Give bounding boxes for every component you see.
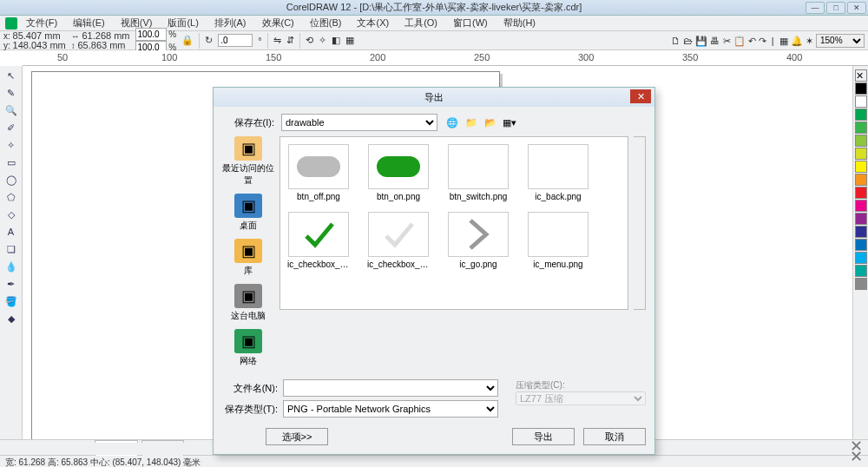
color-swatch[interactable] — [855, 95, 867, 108]
filename-input[interactable] — [283, 379, 498, 397]
dialog-titlebar[interactable]: 导出 ✕ — [214, 88, 654, 107]
file-thumb[interactable]: ic_go.png — [447, 212, 510, 269]
freehand-tool[interactable]: ✐ — [3, 120, 20, 135]
minimize-button[interactable]: ― — [806, 2, 825, 14]
color-swatch[interactable] — [855, 161, 867, 173]
shape-tool[interactable]: ✎ — [3, 85, 20, 101]
tool-icon[interactable]: ⟲ — [306, 35, 313, 46]
color-swatch[interactable] — [855, 122, 867, 134]
mirror-v-icon[interactable]: ⇵ — [286, 35, 294, 46]
file-pane[interactable]: btn_off.pngbtn_on.pngbtn_switch.pngic_ba… — [279, 136, 628, 310]
file-thumb[interactable]: btn_on.png — [367, 144, 430, 201]
toolbar-icon[interactable]: 🔔 — [791, 35, 803, 45]
color-swatch[interactable] — [855, 226, 867, 238]
pick-tool[interactable]: ↖ — [3, 68, 20, 83]
places-item[interactable]: ▣桌面 — [234, 194, 262, 232]
menu-tools[interactable]: 工具(O) — [404, 16, 437, 30]
color-swatch[interactable] — [855, 135, 867, 147]
property-bar: x: 85.407 mmy: 148.043 mm ↔ 61.268 mm↕ 6… — [0, 31, 868, 50]
tool-icon[interactable]: ✧ — [319, 35, 326, 46]
lock-ratio-icon[interactable]: 🔒 — [181, 35, 194, 46]
position-readout: x: 85.407 mmy: 148.043 mm — [3, 31, 66, 50]
toolbar-icon[interactable]: ✂ — [723, 35, 731, 45]
color-swatch[interactable] — [855, 82, 867, 95]
options-button[interactable]: 选项>> — [266, 428, 328, 445]
rectangle-tool[interactable]: ▭ — [3, 155, 20, 170]
menu-bitmap[interactable]: 位图(B) — [310, 16, 342, 30]
mirror-h-icon[interactable]: ⇋ — [273, 35, 281, 46]
dialog-close-button[interactable]: ✕ — [630, 89, 651, 103]
polygon-tool[interactable]: ⬠ — [3, 189, 20, 205]
back-icon[interactable]: 🌐 — [444, 115, 460, 130]
toolbar-icon[interactable]: 📋 — [733, 35, 746, 45]
menu-file[interactable]: 文件(F) — [26, 16, 57, 30]
toolbar-icon[interactable]: 💾 — [695, 35, 707, 45]
menu-window[interactable]: 窗口(W) — [453, 16, 488, 30]
file-thumb[interactable]: ic_menu.png — [527, 212, 589, 269]
color-swatch[interactable] — [855, 200, 867, 212]
menu-arrange[interactable]: 排列(A) — [214, 16, 247, 30]
menu-edit[interactable]: 编辑(E) — [73, 16, 105, 30]
places-item[interactable]: ▣最近访问的位置 — [222, 136, 274, 187]
toolbar-icon[interactable]: 🗁 — [683, 35, 693, 45]
basic-shapes-tool[interactable]: ◇ — [3, 207, 20, 222]
menu-text[interactable]: 文本(X) — [357, 16, 389, 30]
cancel-button[interactable]: 取消 — [583, 428, 646, 445]
places-item[interactable]: ▣这台电脑 — [231, 284, 266, 322]
file-thumb[interactable]: btn_switch.png — [447, 144, 510, 201]
zoom-tool[interactable]: 🔍 — [3, 102, 20, 118]
maximize-button[interactable]: □ — [826, 2, 845, 14]
menu-effects[interactable]: 效果(C) — [262, 16, 294, 30]
close-button[interactable]: ✕ — [847, 2, 866, 14]
scale-x-input[interactable] — [135, 28, 167, 41]
filetype-label: 保存类型(T): — [222, 403, 278, 416]
tool-icon[interactable]: ▦ — [345, 35, 354, 46]
color-swatch[interactable] — [855, 252, 867, 264]
places-item[interactable]: ▣网络 — [234, 329, 262, 367]
smart-tool[interactable]: ✧ — [3, 137, 20, 153]
ellipse-tool[interactable]: ◯ — [3, 172, 20, 187]
color-swatch[interactable] — [855, 109, 867, 121]
toolbar-icon[interactable]: 🗋 — [671, 35, 681, 45]
titlebar: CorelDRAW 12 - [D:\果心工作室-外单\买家-卖家-liveke… — [0, 0, 868, 16]
file-thumb[interactable]: ic_checkbox_ch... — [287, 212, 350, 269]
places-bar: ▣最近访问的位置▣桌面▣库▣这台电脑▣网络 — [222, 136, 274, 372]
places-item[interactable]: ▣库 — [234, 239, 262, 277]
color-swatch[interactable] — [855, 213, 867, 225]
toolbar-icon[interactable]: ▦ — [779, 35, 788, 45]
toolbox: ↖ ✎ 🔍 ✐ ✧ ▭ ◯ ⬠ ◇ A ❏ 💧 ✒ 🪣 ◆ — [0, 66, 23, 439]
file-thumb[interactable]: ic_back.png — [527, 144, 589, 201]
view-menu-icon[interactable]: ▦▾ — [502, 115, 517, 130]
color-swatch[interactable] — [855, 239, 867, 251]
color-swatch[interactable] — [855, 265, 867, 277]
color-swatch[interactable] — [855, 278, 867, 290]
toolbar-icon[interactable]: ↶ — [748, 35, 756, 45]
new-folder-icon[interactable]: 📂 — [483, 115, 498, 130]
file-thumb[interactable]: btn_off.png — [287, 144, 350, 201]
eyedropper-tool[interactable]: 💧 — [3, 259, 20, 274]
filetype-select[interactable]: PNG - Portable Network Graphics — [283, 400, 498, 418]
color-swatch[interactable] — [855, 187, 867, 199]
menu-help[interactable]: 帮助(H) — [503, 16, 536, 30]
save-in-select[interactable]: drawable — [281, 114, 437, 131]
save-in-label: 保存在(I): — [222, 116, 274, 129]
export-button[interactable]: 导出 — [512, 428, 575, 445]
color-swatch[interactable] — [855, 148, 867, 160]
toolbar-icon[interactable]: ↷ — [759, 35, 766, 45]
blend-tool[interactable]: ❏ — [3, 241, 20, 257]
rotation-input[interactable] — [218, 34, 253, 47]
color-swatch[interactable] — [855, 174, 867, 186]
toolbar-icon[interactable]: ✶ — [806, 35, 813, 45]
no-fill-swatch[interactable]: ✕ — [855, 69, 867, 82]
file-thumb[interactable]: ic_checkbox_n... — [367, 212, 430, 269]
size-readout: ↔ 61.268 mm↕ 65.863 mm — [71, 31, 130, 50]
outline-tool[interactable]: ✒ — [3, 276, 20, 292]
file-pane-scrollbar[interactable] — [634, 136, 646, 310]
up-icon[interactable]: 📁 — [464, 115, 479, 130]
text-tool[interactable]: A — [3, 224, 20, 240]
toolbar-icon[interactable]: 🖶 — [710, 35, 720, 45]
tool-icon[interactable]: ◧ — [332, 35, 340, 46]
interactive-fill-tool[interactable]: ◆ — [3, 311, 20, 326]
fill-tool[interactable]: 🪣 — [3, 293, 20, 309]
zoom-select[interactable]: 150% — [816, 34, 865, 48]
